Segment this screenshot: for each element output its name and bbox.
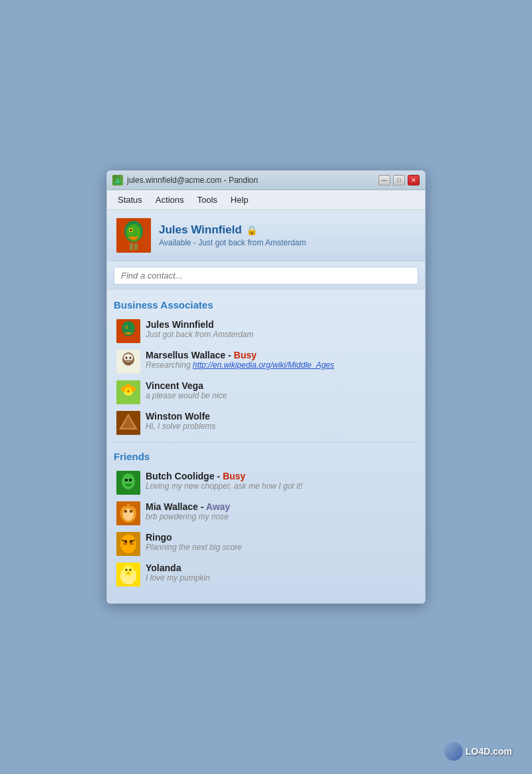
profile-name-text: Jules Winnfield: [159, 223, 242, 237]
watermark-logo: [444, 742, 463, 761]
svg-point-50: [126, 569, 128, 571]
list-item[interactable]: Ringo Planning the next big score: [114, 529, 418, 559]
search-input[interactable]: [114, 267, 418, 285]
contacts-area: Business Associates Jules Winnfield: [107, 290, 425, 603]
profile-info: Jules Winnfield 🔒 Available - Just got b…: [159, 223, 416, 247]
contact-status: Researching http://en.wikipedia.org/wiki…: [146, 360, 334, 370]
svg-marker-1: [114, 177, 121, 184]
profile-name: Jules Winnfield 🔒: [159, 223, 416, 237]
title-bar-left: jules.winnfield@acme.com - Pandion: [112, 175, 258, 186]
contact-status: brb powdering my nose: [146, 512, 230, 521]
list-item[interactable]: Jules Winnfield Just got back from Amste…: [114, 316, 418, 346]
contact-info: Jules Winnfield Just got back from Amste…: [146, 319, 253, 339]
svg-point-17: [130, 357, 132, 359]
contact-status: Hi, I solve problems: [146, 422, 215, 431]
list-item[interactable]: Butch Coolidge - Busy Loving my new chop…: [114, 467, 418, 498]
app-icon: [112, 175, 123, 186]
watermark-text: LO4D.com: [466, 746, 512, 757]
status-badge: Busy: [234, 350, 257, 360]
svg-point-31: [129, 479, 132, 481]
svg-point-30: [125, 479, 128, 481]
avatar: [116, 411, 140, 435]
maximize-button[interactable]: □: [393, 175, 405, 186]
list-item[interactable]: Vincent Vega a please would be nice: [114, 377, 418, 408]
avatar: [116, 532, 140, 556]
svg-point-34: [123, 509, 134, 521]
contact-name: Vincent Vega: [146, 380, 227, 391]
avatar: [116, 380, 140, 404]
contact-info: Ringo Planning the next big score: [146, 532, 242, 552]
window-controls: — □ ✕: [378, 175, 420, 186]
svg-point-36: [130, 510, 132, 513]
minimize-button[interactable]: —: [378, 175, 390, 186]
avatar: [116, 563, 140, 586]
profile-section: Jules Winnfield 🔒 Available - Just got b…: [107, 210, 425, 261]
profile-avatar: [116, 218, 151, 253]
title-bar: jules.winnfield@acme.com - Pandion — □ ✕: [107, 171, 425, 190]
list-item[interactable]: Marsellus Wallace - Busy Researching htt…: [114, 346, 418, 377]
svg-point-45: [124, 540, 127, 543]
svg-point-51: [130, 569, 132, 571]
contact-status: Loving my new chopper, ask me how I got …: [146, 481, 303, 491]
window-title: jules.winnfield@acme.com - Pandion: [127, 176, 258, 185]
menu-help[interactable]: Help: [225, 193, 254, 207]
contact-info: Yolanda I love my pumpkin: [146, 563, 210, 582]
contact-info: Marsellus Wallace - Busy Researching htt…: [146, 350, 334, 370]
svg-point-6: [130, 229, 132, 231]
contact-name: Winston Wolfe: [146, 411, 215, 422]
svg-point-46: [130, 540, 132, 543]
group-header-business: Business Associates: [114, 295, 418, 313]
contact-status: I love my pumpkin: [146, 573, 210, 582]
contact-name: Marsellus Wallace - Busy: [146, 350, 334, 360]
list-item[interactable]: Winston Wolfe Hi, I solve problems: [114, 408, 418, 438]
svg-point-49: [123, 565, 134, 577]
contact-name: Ringo: [146, 532, 242, 543]
list-item[interactable]: Mia Wallace - Away brb powdering my nose: [114, 498, 418, 529]
group-divider: [114, 442, 418, 443]
contact-name: Jules Winnfield: [146, 319, 253, 330]
contact-name: Butch Coolidge - Busy: [146, 471, 303, 481]
app-window: jules.winnfield@acme.com - Pandion — □ ✕…: [106, 170, 426, 604]
main-content: Jules Winnfield 🔒 Available - Just got b…: [107, 210, 425, 603]
contact-info: Vincent Vega a please would be nice: [146, 380, 227, 400]
svg-point-40: [120, 535, 136, 553]
menu-tools[interactable]: Tools: [192, 193, 223, 207]
lock-icon: 🔒: [246, 225, 257, 235]
avatar: [116, 319, 140, 343]
close-button[interactable]: ✕: [408, 175, 420, 186]
contact-info: Butch Coolidge - Busy Loving my new chop…: [146, 471, 303, 491]
profile-status: Available - Just got back from Amsterdam: [159, 238, 416, 247]
svg-point-16: [126, 357, 128, 359]
menu-bar: Status Actions Tools Help: [107, 190, 425, 210]
avatar: [116, 350, 140, 374]
avatar: [116, 471, 140, 495]
group-header-friends: Friends: [114, 447, 418, 465]
list-item[interactable]: Yolanda I love my pumpkin: [114, 559, 418, 590]
desktop: jules.winnfield@acme.com - Pandion — □ ✕…: [0, 0, 532, 774]
contact-name: Yolanda: [146, 563, 210, 573]
contact-status: Just got back from Amsterdam: [146, 330, 253, 339]
status-badge: Busy: [223, 471, 245, 481]
contact-name: Mia Wallace - Away: [146, 501, 230, 512]
menu-actions[interactable]: Actions: [150, 193, 190, 207]
svg-point-24: [127, 390, 130, 392]
contact-info: Mia Wallace - Away brb powdering my nose: [146, 501, 230, 521]
contact-status: Planning the next big score: [146, 543, 242, 552]
watermark: LO4D.com: [444, 742, 512, 761]
contact-status: a please would be nice: [146, 391, 227, 400]
contact-info: Winston Wolfe Hi, I solve problems: [146, 411, 215, 431]
svg-point-35: [124, 510, 127, 513]
avatar: [116, 501, 140, 525]
status-badge: Away: [206, 501, 230, 512]
search-bar: [107, 261, 425, 290]
svg-point-29: [122, 473, 135, 489]
svg-rect-7: [130, 243, 133, 250]
status-link[interactable]: http://en.wikipedia.org/wiki/Middle_Ages: [193, 360, 334, 370]
svg-point-12: [126, 326, 127, 328]
svg-rect-8: [134, 243, 138, 250]
menu-status[interactable]: Status: [112, 193, 148, 207]
